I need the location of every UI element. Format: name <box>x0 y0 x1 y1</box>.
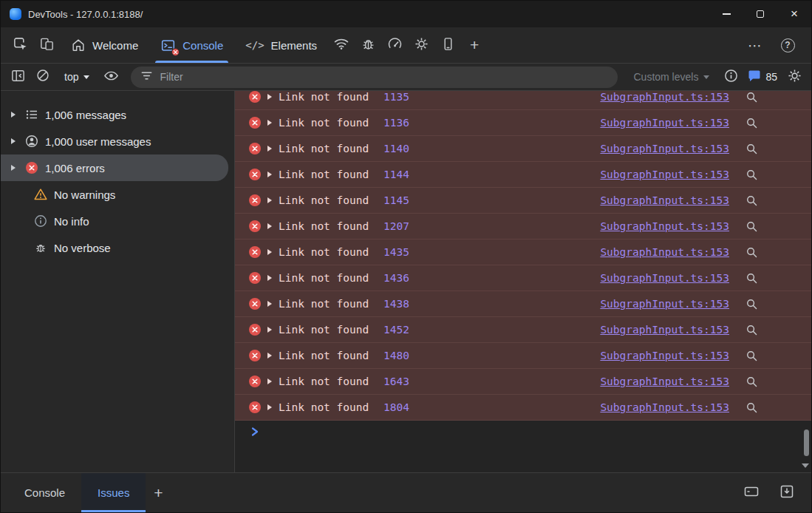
magnifier-icon[interactable] <box>746 401 758 414</box>
source-link[interactable]: SubgraphInput.ts:153 <box>600 91 729 103</box>
source-link[interactable]: SubgraphInput.ts:153 <box>600 246 729 258</box>
error-value: 1207 <box>383 220 409 232</box>
device-toolbar-button[interactable] <box>33 32 60 58</box>
expand-triangle-icon[interactable] <box>267 249 272 255</box>
expand-triangle-icon[interactable] <box>267 327 272 333</box>
expand-triangle-icon[interactable] <box>8 165 18 171</box>
magnifier-icon[interactable] <box>746 298 758 310</box>
expand-triangle-icon[interactable] <box>267 275 272 281</box>
more-tabs-button[interactable]: + <box>461 32 488 58</box>
magnifier-icon[interactable] <box>746 246 758 259</box>
filter-input[interactable] <box>160 71 607 83</box>
sidebar-item-label: 1,006 errors <box>45 162 105 174</box>
magnifier-icon[interactable] <box>746 272 758 285</box>
magnifier-icon[interactable] <box>746 194 758 207</box>
settings-button[interactable] <box>783 67 805 87</box>
scrollbar-down-arrow-icon[interactable] <box>802 463 809 468</box>
magnifier-icon[interactable] <box>746 324 758 336</box>
console-info-button[interactable] <box>720 67 742 87</box>
inspect-element-button[interactable] <box>7 32 33 58</box>
magnifier-icon[interactable] <box>746 350 758 362</box>
source-link[interactable]: SubgraphInput.ts:153 <box>600 376 729 387</box>
issues-counter[interactable]: 85 <box>745 69 780 85</box>
expand-drawer-button[interactable] <box>774 480 799 506</box>
help-button[interactable]: ? <box>774 32 801 58</box>
scrollbar-thumb[interactable] <box>804 429 809 456</box>
source-link[interactable]: SubgraphInput.ts:153 <box>600 401 729 413</box>
expand-triangle-icon[interactable] <box>267 301 272 307</box>
minimize-button[interactable] <box>709 1 743 27</box>
magnifier-icon[interactable] <box>746 169 758 181</box>
expand-triangle-icon[interactable] <box>267 146 272 152</box>
close-button[interactable]: × <box>777 1 811 27</box>
expand-triangle-icon[interactable] <box>267 94 272 100</box>
source-link[interactable]: SubgraphInput.ts:153 <box>600 298 729 310</box>
console-error-row: Link not found 1452 SubgraphInput.ts:153 <box>235 317 811 343</box>
magnifier-icon[interactable] <box>746 220 758 233</box>
drawer-tab-console[interactable]: Console <box>8 473 81 512</box>
tab-console[interactable]: Console <box>149 27 234 63</box>
device-toolbar-icon <box>39 36 55 55</box>
console-drawer-icon <box>743 483 760 503</box>
expand-triangle-icon[interactable] <box>8 138 18 144</box>
drawer-right-actions <box>739 480 811 506</box>
tab-welcome-label: Welcome <box>92 39 138 52</box>
source-link[interactable]: SubgraphInput.ts:153 <box>600 350 729 361</box>
more-options-button[interactable]: ⋯ <box>742 32 768 58</box>
device-frame-button[interactable] <box>434 32 461 58</box>
live-expression-button[interactable] <box>100 67 122 87</box>
console-drawer-button[interactable] <box>739 480 764 506</box>
source-link[interactable]: SubgraphInput.ts:153 <box>600 117 729 129</box>
log-levels-selector[interactable]: Custom levels <box>627 67 717 87</box>
magnifier-icon[interactable] <box>746 91 758 103</box>
console-prompt[interactable] <box>235 421 811 446</box>
expand-triangle-icon[interactable] <box>8 112 18 118</box>
more-options-icon: ⋯ <box>748 37 762 54</box>
expand-triangle-icon[interactable] <box>267 404 272 410</box>
tab-elements[interactable]: </> Elements <box>234 27 328 63</box>
sidebar-item-verbose[interactable]: No verbose <box>1 234 228 261</box>
network-conditions-button[interactable] <box>328 32 355 58</box>
console-sidebar-toggle-button[interactable] <box>7 67 29 87</box>
expand-triangle-icon[interactable] <box>267 120 272 126</box>
drawer-tab-issues[interactable]: Issues <box>81 473 146 512</box>
debug-button[interactable] <box>355 32 381 58</box>
drawer-more-tabs-button[interactable]: + <box>146 480 171 506</box>
sidebar-item-errors[interactable]: 1,006 errors <box>1 154 228 181</box>
source-link[interactable]: SubgraphInput.ts:153 <box>600 324 729 336</box>
context-selector[interactable]: top <box>57 67 97 87</box>
sidebar-item-messages[interactable]: 1,006 messages <box>1 101 228 128</box>
expand-triangle-icon[interactable] <box>267 353 272 359</box>
error-value: 1438 <box>383 298 409 310</box>
performance-button[interactable] <box>381 32 408 58</box>
source-link[interactable]: SubgraphInput.ts:153 <box>600 220 729 232</box>
expand-triangle-icon[interactable] <box>267 171 272 177</box>
recorder-button[interactable] <box>408 32 434 58</box>
filter-box <box>131 67 617 88</box>
sidebar-item-warnings[interactable]: No warnings <box>1 181 228 208</box>
source-link[interactable]: SubgraphInput.ts:153 <box>600 169 729 180</box>
tab-welcome[interactable]: Welcome <box>60 27 149 63</box>
log-levels-label: Custom levels <box>634 71 699 83</box>
source-link[interactable]: SubgraphInput.ts:153 <box>600 143 729 154</box>
titlebar: DevTools - 127.0.0.1:8188/ × <box>1 1 811 27</box>
magnifier-icon[interactable] <box>746 117 758 129</box>
gear-burst-icon <box>414 36 429 55</box>
error-value: 1144 <box>383 169 409 180</box>
console-error-row: Link not found 1643 SubgraphInput.ts:153 <box>235 369 811 395</box>
expand-triangle-icon[interactable] <box>267 378 272 384</box>
expand-triangle-icon[interactable] <box>267 223 272 229</box>
source-link[interactable]: SubgraphInput.ts:153 <box>600 272 729 284</box>
sidebar-item-info[interactable]: No info <box>1 208 228 234</box>
magnifier-icon[interactable] <box>746 376 758 388</box>
source-link[interactable]: SubgraphInput.ts:153 <box>600 194 729 206</box>
magnifier-icon[interactable] <box>746 143 758 155</box>
maximize-button[interactable] <box>743 1 777 27</box>
sidebar-item-user-messages[interactable]: 1,000 user messages <box>1 128 228 154</box>
clear-console-button[interactable] <box>32 67 54 87</box>
error-icon <box>249 298 261 310</box>
window-title: DevTools - 127.0.0.1:8188/ <box>28 9 143 20</box>
error-value: 1643 <box>383 376 409 387</box>
expand-triangle-icon[interactable] <box>267 197 272 203</box>
chat-bubble-icon <box>748 69 761 85</box>
